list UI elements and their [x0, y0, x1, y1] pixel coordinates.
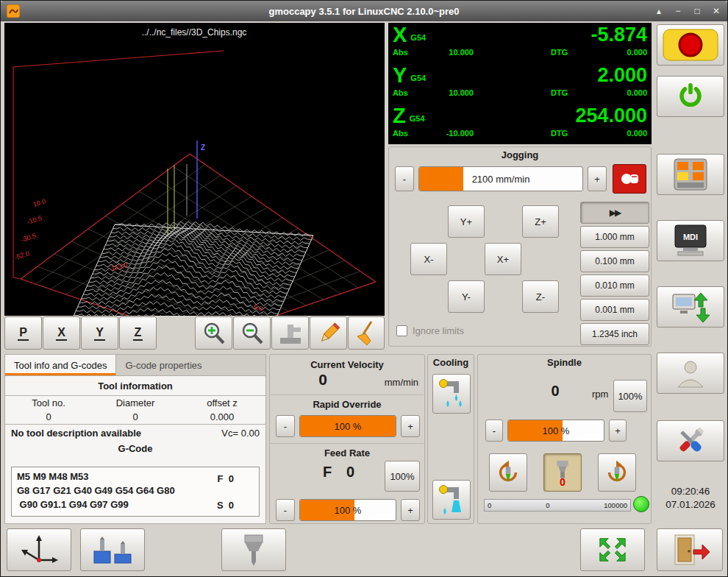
jog-increment-continuous-button[interactable]: ▶▶: [580, 202, 649, 224]
spindle-stop-button[interactable]: 0: [543, 453, 582, 492]
jog-z-plus-button[interactable]: Z+: [522, 205, 559, 238]
spindle-title: Spindle: [478, 357, 651, 368]
jog-y-plus-button[interactable]: Y+: [448, 205, 485, 238]
gcode-preview-canvas[interactable]: Z ../../nc_files//3D_Chips.ngc 10.0 -10.…: [4, 23, 385, 316]
spindle-stop-zero: 0: [560, 476, 565, 487]
toolpath-lines: [69, 222, 314, 316]
preview-filename: ../../nc_files//3D_Chips.ngc: [142, 27, 247, 38]
rapid-minus-button[interactable]: -: [276, 415, 295, 437]
close-button[interactable]: ✕: [711, 6, 721, 16]
auto-mode-button[interactable]: [657, 286, 724, 328]
view-y-label: Y: [94, 326, 105, 341]
dro-axis-z[interactable]: Z G54 254.000 Abs -10.000 DTG 0.000: [388, 104, 652, 144]
window-controls: ▴ − □ ✕: [654, 6, 721, 16]
jog-z-minus-button[interactable]: Z-: [522, 280, 559, 313]
axis-tick: 10.0: [32, 197, 47, 208]
exit-button[interactable]: [657, 528, 723, 571]
jog-speed-minus-button[interactable]: -: [395, 166, 414, 191]
jog-increment-inch-button[interactable]: 1.2345 inch: [580, 323, 649, 345]
spindle-left-button[interactable]: [489, 453, 527, 492]
jog-y-minus-button[interactable]: Y-: [448, 280, 485, 313]
dro-z-abs: -10.000: [429, 129, 474, 138]
tool-table: Tool no. Diameter offset z 0 0 0.000: [5, 395, 265, 425]
draw-path-button[interactable]: [310, 316, 347, 350]
clear-plot-button[interactable]: [348, 316, 385, 350]
spindle-plus-button[interactable]: +: [609, 420, 627, 442]
col-diameter: Diameter: [92, 397, 179, 408]
jog-increment-1mm-button[interactable]: 1.000 mm: [580, 226, 649, 248]
clock: 09:20:46 07.01.2026: [657, 485, 724, 511]
jog-speed-slider[interactable]: 2100 mm/min: [418, 166, 583, 191]
mdi-button[interactable]: MDI: [657, 220, 724, 261]
axis-tick: -10.5: [26, 214, 43, 226]
dtg-label: DTG: [551, 129, 584, 138]
tool-info-panel: Tool info and G-codes G-code properties …: [4, 354, 266, 524]
jog-x-plus-button[interactable]: X+: [485, 243, 521, 275]
spindle-right-button[interactable]: [598, 453, 636, 492]
zoom-out-button[interactable]: [233, 316, 271, 350]
feed-minus-button[interactable]: -: [276, 499, 295, 521]
machine-on-button[interactable]: [657, 76, 724, 117]
spindle-minus-button[interactable]: -: [485, 420, 503, 442]
rapid-slider-value: 100 %: [300, 416, 396, 436]
view-z-button[interactable]: Z: [119, 316, 157, 350]
machine-load-icon: [671, 290, 710, 324]
jog-speed-plus-button[interactable]: +: [588, 166, 607, 191]
maximize-button[interactable]: □: [692, 6, 702, 16]
spindle-cw-icon: [603, 459, 631, 486]
dro-axis-y[interactable]: Y G54 2.000 Abs 10.000 DTG 0.000: [388, 63, 652, 104]
user-mode-button[interactable]: [657, 353, 724, 394]
jog-mouse-button[interactable]: [613, 164, 646, 194]
mist-button[interactable]: [432, 374, 471, 414]
rapid-override-slider[interactable]: 100 %: [299, 415, 396, 437]
touch-off-button[interactable]: [7, 528, 71, 571]
view-y-button[interactable]: Y: [81, 316, 118, 350]
dro-axis-x[interactable]: X G54 -5.874 Abs 10.000 DTG 0.000: [388, 23, 652, 63]
settings-button[interactable]: [657, 420, 724, 461]
feed-reset-button[interactable]: 100%: [385, 461, 420, 492]
spindle-slider-value: 100 %: [508, 420, 604, 441]
col-tool-no: Tool no.: [5, 397, 92, 408]
feed-f-letter: F: [323, 464, 332, 481]
abs-label: Abs: [393, 129, 429, 138]
spindle-override-slider[interactable]: 100 %: [507, 420, 604, 442]
spindle-stop-icon: 0: [549, 458, 577, 487]
spindle-reset-button[interactable]: 100%: [613, 380, 647, 412]
fullscreen-button[interactable]: [580, 528, 645, 571]
zoom-in-button[interactable]: [195, 316, 232, 350]
feed-rate-slider[interactable]: 100 %: [299, 499, 396, 521]
shade-button[interactable]: ▴: [654, 6, 664, 16]
exit-door-icon: [669, 532, 710, 567]
jogging-frame: Jogging - 2100 mm/min + Y+ Z+ X- X+ Y- Z…: [388, 146, 652, 347]
tool-description: No tool description available: [11, 428, 141, 439]
tool-measure-button[interactable]: [80, 528, 145, 571]
flood-button[interactable]: [432, 480, 471, 520]
jog-panel-button[interactable]: [657, 154, 724, 195]
rapid-plus-button[interactable]: +: [401, 415, 420, 437]
jog-increment-01mm-button[interactable]: 0.100 mm: [580, 250, 649, 272]
jog-increment-001mm-button[interactable]: 0.010 mm: [580, 275, 649, 297]
view-z-label: Z: [133, 326, 143, 341]
tab-gcode-properties[interactable]: G-code properties: [116, 355, 210, 375]
val-offset-z: 0.000: [179, 411, 265, 422]
gcode-title: G-Code: [5, 443, 265, 454]
checkbox-box[interactable]: [396, 325, 407, 336]
spindle-bar-current: 0: [546, 501, 549, 509]
view-p-button[interactable]: P: [4, 316, 42, 350]
estop-button[interactable]: [657, 24, 724, 66]
tab-tool-info[interactable]: Tool info and G-codes: [5, 355, 116, 375]
machine-view-button[interactable]: [271, 316, 309, 350]
jog-increment-0001mm-button[interactable]: 0.001 mm: [580, 299, 649, 321]
spindle-speed-bar: 0 0 100000: [484, 499, 631, 511]
feed-plus-button[interactable]: +: [401, 499, 420, 521]
minimize-button[interactable]: −: [673, 6, 683, 16]
axes-arrows-icon: [18, 534, 60, 566]
feed-value: 0: [346, 464, 354, 481]
jog-x-minus-button[interactable]: X-: [410, 243, 447, 275]
tool-change-button[interactable]: [221, 528, 286, 571]
ignore-limits-checkbox[interactable]: Ignore limits: [396, 325, 464, 336]
view-x-button[interactable]: X: [43, 316, 80, 350]
val-tool-no: 0: [5, 411, 92, 422]
gcode-line: G8 G17 G21 G40 G49 G54 G64 G80: [17, 484, 254, 498]
ignore-limits-label: Ignore limits: [413, 325, 464, 336]
